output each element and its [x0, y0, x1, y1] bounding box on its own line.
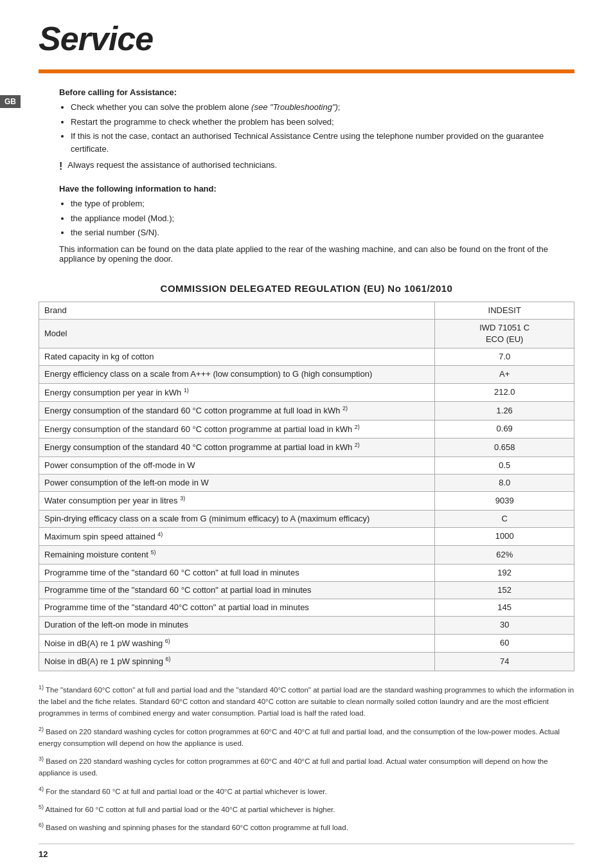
table-cell-label: Programme time of the "standard 60 °C co… — [39, 581, 435, 599]
footnote: 3) Based on 220 standard washing cycles … — [39, 754, 574, 779]
table-cell-label: Water consumption per year in litres 3) — [39, 492, 435, 511]
table-row: Programme time of the "standard 60 °C co… — [39, 564, 574, 581]
table-row: Noise in dB(A) re 1 pW washing 6)60 — [39, 634, 574, 653]
table-cell-value: 1.26 — [435, 402, 574, 420]
table-cell-value: 0.69 — [435, 420, 574, 439]
table-row: ModelIWD 71051 CECO (EU) — [39, 319, 574, 348]
table-row: BrandINDESIT — [39, 302, 574, 319]
table-row: Power consumption of the left-on mode in… — [39, 474, 574, 491]
table-cell-value: 60 — [435, 634, 574, 653]
table-cell-value: A+ — [435, 366, 574, 383]
list-item: Check whether you can solve the problem … — [71, 101, 574, 114]
table-cell-value: IWD 71051 CECO (EU) — [435, 319, 574, 348]
note-text: Always request the assistance of authori… — [67, 160, 277, 170]
footnotes: 1) The "standard 60°C cotton" at full an… — [39, 683, 574, 834]
table-cell-label: Energy consumption of the standard 60 °C… — [39, 420, 435, 439]
table-cell-value: 152 — [435, 581, 574, 599]
bottom-line: 12 — [39, 844, 574, 859]
table-row: Energy consumption of the standard 40 °C… — [39, 439, 574, 457]
table-row: Energy consumption per year in kWh 1)212… — [39, 383, 574, 402]
table-row: Water consumption per year in litres 3)9… — [39, 492, 574, 511]
table-row: Duration of the left-on mode in minutes3… — [39, 617, 574, 634]
gb-label: GB — [0, 95, 21, 108]
table-row: Power consumption of the off-mode in W0.… — [39, 457, 574, 474]
table-cell-label: Power consumption of the left-on mode in… — [39, 474, 435, 491]
table-cell-label: Noise in dB(A) re 1 pW spinning 6) — [39, 653, 435, 671]
table-row: Maximum spin speed attained 4)1000 — [39, 527, 574, 546]
list-item: the appliance model (Mod.); — [71, 212, 574, 225]
footnote: 1) The "standard 60°C cotton" at full an… — [39, 683, 574, 719]
exclamation-note: ! Always request the assistance of autho… — [59, 160, 574, 172]
regulation-title: COMMISSION DELEGATED REGULATION (EU) No … — [39, 283, 574, 294]
table-cell-value: 1000 — [435, 527, 574, 546]
exclamation-icon: ! — [59, 160, 62, 172]
table-cell-value: INDESIT — [435, 302, 574, 319]
main-content: Before calling for Assistance: Check whe… — [39, 87, 574, 264]
page-number: 12 — [39, 849, 48, 859]
table-cell-label: Energy consumption per year in kWh 1) — [39, 383, 435, 402]
table-row: Programme time of the "standard 40°C cot… — [39, 599, 574, 617]
table-row: Rated capacity in kg of cotton7.0 — [39, 348, 574, 366]
table-row: Noise in dB(A) re 1 pW spinning 6)74 — [39, 653, 574, 671]
table-cell-label: Energy consumption of the standard 60 °C… — [39, 402, 435, 420]
list-item: If this is not the case, contact an auth… — [71, 130, 574, 155]
table-cell-value: 8.0 — [435, 474, 574, 491]
table-cell-value: 145 — [435, 599, 574, 617]
troubleshooting-link: (see "Troubleshooting") — [251, 102, 338, 112]
table-row: Programme time of the "standard 60 °C co… — [39, 581, 574, 599]
footnote: 4) For the standard 60 °C at full and pa… — [39, 784, 574, 797]
table-row: Energy efficiency class on a scale from … — [39, 366, 574, 383]
table-cell-value: 192 — [435, 564, 574, 581]
have-following-heading: Have the following information to hand: — [59, 184, 574, 194]
table-cell-label: Energy efficiency class on a scale from … — [39, 366, 435, 383]
table-cell-label: Duration of the left-on mode in minutes — [39, 617, 435, 634]
before-calling-heading: Before calling for Assistance: — [59, 87, 574, 97]
table-cell-value: 62% — [435, 546, 574, 565]
have-following-section: Have the following information to hand: … — [59, 184, 574, 264]
footnote: 5) Attained for 60 °C cotton at full and… — [39, 802, 574, 815]
table-cell-value: 212.0 — [435, 383, 574, 402]
footnote: 6) Based on washing and spinning phases … — [39, 820, 574, 833]
table-cell-label: Power consumption of the off-mode in W — [39, 457, 435, 474]
table-cell-label: Brand — [39, 302, 435, 319]
table-cell-label: Noise in dB(A) re 1 pW washing 6) — [39, 634, 435, 653]
list-item: the serial number (S/N). — [71, 226, 574, 239]
table-row: Remaining moisture content 5)62% — [39, 546, 574, 565]
table-cell-value: 0.5 — [435, 457, 574, 474]
table-cell-value: 74 — [435, 653, 574, 671]
table-cell-label: Rated capacity in kg of cotton — [39, 348, 435, 366]
table-cell-label: Model — [39, 319, 435, 348]
table-cell-value: 30 — [435, 617, 574, 634]
table-cell-label: Programme time of the "standard 60 °C co… — [39, 564, 435, 581]
have-following-list: the type of problem; the appliance model… — [71, 197, 574, 239]
table-row: Energy consumption of the standard 60 °C… — [39, 402, 574, 420]
have-following-desc: This information can be found on the dat… — [59, 244, 574, 264]
list-item: the type of problem; — [71, 197, 574, 210]
before-calling-section: Before calling for Assistance: Check whe… — [59, 87, 574, 172]
table-cell-value: 9039 — [435, 492, 574, 511]
table-row: Spin-drying efficacy class on a scale fr… — [39, 510, 574, 527]
before-calling-list: Check whether you can solve the problem … — [71, 101, 574, 155]
list-item: Restart the programme to check whether t… — [71, 116, 574, 129]
orange-bar — [39, 69, 574, 73]
table-cell-label: Spin-drying efficacy class on a scale fr… — [39, 510, 435, 527]
table-cell-value: 0.658 — [435, 439, 574, 457]
table-cell-label: Programme time of the "standard 40°C cot… — [39, 599, 435, 617]
footnote: 2) Based on 220 standard washing cycles … — [39, 725, 574, 750]
table-cell-label: Energy consumption of the standard 40 °C… — [39, 439, 435, 457]
table-cell-label: Maximum spin speed attained 4) — [39, 527, 435, 546]
table-cell-label: Remaining moisture content 5) — [39, 546, 435, 565]
regulation-table: BrandINDESITModelIWD 71051 CECO (EU)Rate… — [39, 302, 574, 671]
table-cell-value: 7.0 — [435, 348, 574, 366]
table-cell-value: C — [435, 510, 574, 527]
page-title: Service — [39, 19, 574, 58]
table-row: Energy consumption of the standard 60 °C… — [39, 420, 574, 439]
